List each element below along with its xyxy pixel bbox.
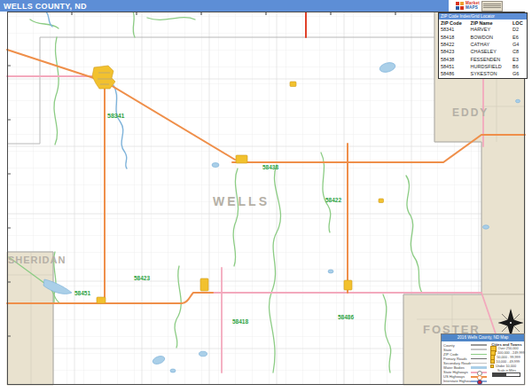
legend-title: 2016 Wells County, ND Map	[442, 334, 524, 341]
zip-label-58422: 58422	[325, 197, 341, 203]
zip-loc: C8	[511, 48, 527, 55]
county-label-eddy: EDDY	[452, 106, 489, 119]
zip-code: 58423	[439, 48, 469, 55]
zip-name: CHASELEY	[469, 48, 511, 55]
scale-bar-graphic	[492, 372, 520, 377]
city-square-icon	[490, 359, 495, 364]
zip-loc: G4	[511, 41, 527, 48]
city-size-row: Under 10,000	[489, 364, 525, 368]
zip-table-row: 58423 CHASELEY C8	[439, 48, 527, 55]
wells-county-map-page: WELLS COUNTY, ND Market MAPS ZIP Code In…	[0, 0, 532, 392]
page-title: WELLS COUNTY, ND	[0, 2, 87, 11]
col-zip-name: ZIP Name	[469, 20, 511, 26]
zip-table-row: 58418 BOWDON E6	[439, 33, 527, 40]
county-label-sheridan: SHERIDAN	[8, 255, 66, 265]
zip-table-row: 58438 FESSENDEN E3	[439, 56, 527, 63]
col-zip-code: ZIP Code	[439, 20, 469, 26]
zip-table-title: ZIP Code Index/Grid Locator	[439, 13, 527, 20]
zip-name: BOWDON	[469, 33, 511, 40]
county-label-wells: WELLS	[213, 194, 270, 208]
zip-line-sample	[471, 354, 487, 355]
logo-brand-bottom: MAPS	[466, 6, 480, 11]
zip-table-row: 58451 HURDSFIELD B6	[439, 63, 527, 70]
city-square-icon	[490, 365, 494, 368]
zip-name: HARVEY	[469, 26, 511, 33]
city-size-row: 10,000 - 49,999	[489, 359, 525, 364]
logo-fineprint	[481, 1, 503, 12]
zip-code: 58486	[439, 70, 469, 77]
primary-road-sample	[471, 358, 487, 359]
zip-label-58451: 58451	[74, 290, 90, 296]
title-bar: WELLS COUNTY, ND Market MAPS	[0, 0, 532, 12]
county-line-sample	[471, 344, 487, 345]
interstate-sample	[471, 380, 487, 382]
zip-loc: B6	[511, 63, 527, 70]
logo-brand-text: Market MAPS	[466, 2, 480, 10]
state-line-sample	[471, 349, 487, 350]
zip-code: 58438	[439, 56, 469, 63]
us-highway-sample	[471, 376, 487, 378]
legend-cities: Cities and Towns Over 250,000 100,000 - …	[489, 341, 526, 385]
zip-index-table: ZIP Code Index/Grid Locator ZIP Code ZIP…	[438, 12, 528, 79]
zip-label-58341: 58341	[107, 113, 124, 119]
zip-loc: E6	[511, 33, 527, 40]
col-loc: LOC	[511, 20, 527, 26]
zip-loc: D2	[511, 26, 527, 33]
zip-name: CATHAY	[469, 41, 511, 48]
legend: 2016 Wells County, ND Map County State Z…	[441, 333, 525, 385]
legend-symbols: County State ZIP Code Primary Roads Seco…	[442, 341, 489, 385]
zip-code: 58341	[439, 26, 469, 33]
logo-icon	[456, 2, 464, 10]
title-bar-blue: WELLS COUNTY, ND	[0, 0, 449, 12]
zip-label-58438: 58438	[262, 164, 278, 170]
zip-name: FESSENDEN	[469, 56, 511, 63]
zip-table-row: 58486 SYKESTON G6	[439, 70, 527, 77]
zip-code: 58418	[439, 33, 469, 40]
zip-table-header-row: ZIP Code ZIP Name LOC	[439, 20, 527, 26]
zip-loc: G6	[511, 70, 527, 77]
zip-name: SYKESTON	[469, 70, 511, 77]
zip-table-row: 58422 CATHAY G4	[439, 41, 527, 48]
zip-loc: E3	[511, 56, 527, 63]
zip-table-row: 58341 HARVEY D2	[439, 26, 527, 33]
zip-label-58486: 58486	[338, 314, 354, 320]
zip-label-58423: 58423	[134, 275, 150, 281]
zip-code: 58422	[439, 41, 469, 48]
scale-bar: Scale in Miles	[489, 369, 525, 377]
secondary-road-sample	[471, 363, 487, 364]
zip-label-58418: 58418	[232, 318, 248, 325]
legend-item: Interstate Highways	[443, 379, 487, 383]
zip-name: HURDSFIELD	[469, 63, 511, 70]
marketmaps-logo: Market MAPS	[456, 0, 525, 12]
zip-code: 58451	[439, 63, 469, 70]
state-highway-sample	[471, 372, 487, 373]
water-sample	[471, 366, 487, 368]
